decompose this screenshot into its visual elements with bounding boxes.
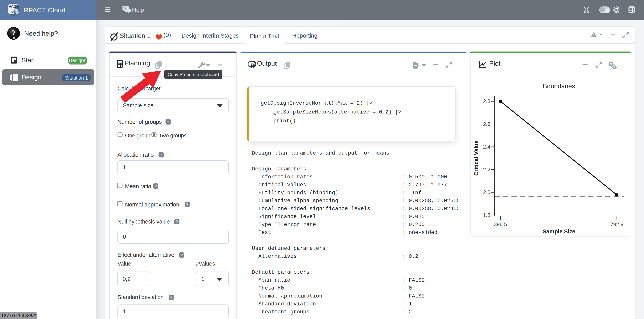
svg-text:Cloud: Cloud [8, 10, 18, 14]
svg-text:PACT: PACT [9, 4, 19, 8]
svg-text:Critical Value: Critical Value [473, 140, 479, 176]
svg-text:2.6: 2.6 [483, 121, 490, 127]
svg-text:2.4: 2.4 [483, 144, 490, 150]
svg-text:2.0: 2.0 [483, 189, 490, 195]
svg-text:?: ? [124, 6, 127, 10]
svg-text:R: R [250, 62, 255, 68]
svg-text:?: ? [12, 28, 16, 37]
svg-text:2.2: 2.2 [483, 167, 490, 173]
svg-text:Boundaries: Boundaries [543, 82, 575, 90]
svg-text:792.9: 792.9 [610, 222, 624, 227]
svg-text:1.8: 1.8 [483, 212, 490, 218]
svg-text:396.5: 396.5 [494, 222, 507, 227]
svg-text:Sample Size: Sample Size [542, 228, 575, 235]
svg-text:2.8: 2.8 [483, 98, 490, 104]
